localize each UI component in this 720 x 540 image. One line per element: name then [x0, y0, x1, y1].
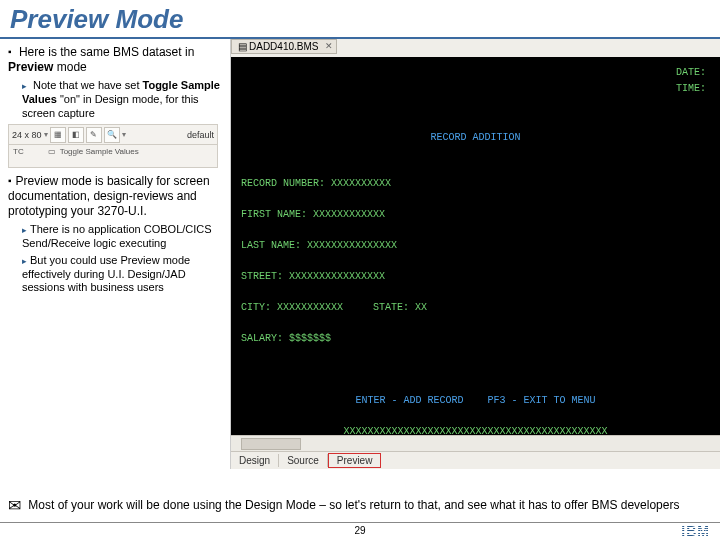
toolbar-button-zoom-icon[interactable]: 🔍	[104, 127, 120, 143]
editor-mode-tabbar: Design Source Preview	[231, 451, 720, 469]
content-row: Here is the same BMS dataset in Preview …	[0, 39, 720, 469]
term-footer2: XXXXXXXXXXXXXXXXXXXXXXXXXXXXXXXXXXXXXXXX…	[241, 424, 710, 435]
footer-note-text: Most of your work will be done using the…	[28, 498, 679, 512]
sub-jad-sessions: But you could use Preview mode effective…	[22, 254, 226, 295]
toolbar-screenshot: 24 x 80 ▾ ▦ ◧ ✎ 🔍 ▾ default TC ▭ Toggle …	[8, 124, 218, 168]
term-lastname: LAST NAME: XXXXXXXXXXXXXXX	[241, 240, 397, 251]
toolbar-top-row: 24 x 80 ▾ ▦ ◧ ✎ 🔍 ▾ default	[9, 125, 217, 145]
dropdown-icon: ▾	[44, 130, 48, 139]
term-firstname: FIRST NAME: XXXXXXXXXXXX	[241, 209, 385, 220]
text: Note that we have set	[33, 79, 142, 91]
dropdown-icon: ▾	[122, 130, 126, 139]
horizontal-scrollbar[interactable]	[231, 435, 720, 451]
terminal-preview: DATE: TIME: RECORD ADDITION RECORD NUMBE…	[231, 57, 720, 435]
left-column: Here is the same BMS dataset in Preview …	[0, 39, 230, 469]
toolbar-button-toggle-icon[interactable]: ✎	[86, 127, 102, 143]
term-date: DATE:	[676, 65, 706, 81]
toolbar-toggle-label: Toggle Sample Values	[60, 147, 139, 156]
toolbar-size-text: 24 x 80	[12, 130, 42, 140]
scrollbar-thumb[interactable]	[241, 438, 301, 450]
toolbar-default-text: default	[187, 130, 214, 140]
toolbar-tc-text: TC	[13, 147, 24, 156]
tab-design[interactable]: Design	[231, 454, 279, 467]
term-time: TIME:	[676, 81, 706, 97]
slide-title: Preview Mode	[0, 0, 720, 39]
term-recnum: RECORD NUMBER: XXXXXXXXXX	[241, 178, 391, 189]
editor-tab-label: DADD410.BMS	[249, 41, 318, 52]
text: Here is the same BMS dataset in	[19, 45, 194, 59]
editor-panel: ▤ DADD410.BMS ✕ DATE: TIME: RECORD ADDIT…	[230, 39, 720, 469]
term-footer1: ENTER - ADD RECORD PF3 - EXIT TO MENU	[241, 393, 710, 409]
editor-file-tab[interactable]: ▤ DADD410.BMS ✕	[231, 39, 337, 54]
term-state: STATE: XX	[373, 302, 427, 313]
toolbar-bottom-row: TC ▭ Toggle Sample Values	[9, 145, 217, 158]
sub-toggle-note: Note that we have set Toggle Sample Valu…	[22, 79, 226, 120]
close-icon[interactable]: ✕	[325, 41, 333, 51]
term-street: STREET: XXXXXXXXXXXXXXXX	[241, 271, 385, 282]
toolbar-button-palette-icon[interactable]: ◧	[68, 127, 84, 143]
text: mode	[53, 60, 86, 74]
tab-preview[interactable]: Preview	[328, 453, 382, 468]
mail-icon: ✉	[8, 497, 21, 514]
toolbar-button-grid-icon[interactable]: ▦	[50, 127, 66, 143]
term-heading: RECORD ADDITION	[241, 130, 710, 146]
tooltip-icon: ▭	[48, 147, 56, 156]
footer-note: ✉ Most of your work will be done using t…	[8, 496, 712, 516]
term-salary: SALARY: $$$$$$$	[241, 333, 331, 344]
bullet-preview-intro: Here is the same BMS dataset in Preview …	[8, 45, 226, 75]
page-footer: 29 IBM	[0, 522, 720, 540]
file-icon: ▤	[238, 41, 247, 52]
bullet-preview-purpose: Preview mode is basically for screen doc…	[8, 174, 226, 219]
text-bold: Preview	[8, 60, 53, 74]
term-city: CITY: XXXXXXXXXXX	[241, 302, 343, 313]
ibm-logo: IBM	[681, 523, 710, 539]
sub-no-logic: There is no application COBOL/CICS Send/…	[22, 223, 226, 251]
tab-source[interactable]: Source	[279, 454, 328, 467]
page-number: 29	[354, 525, 365, 536]
